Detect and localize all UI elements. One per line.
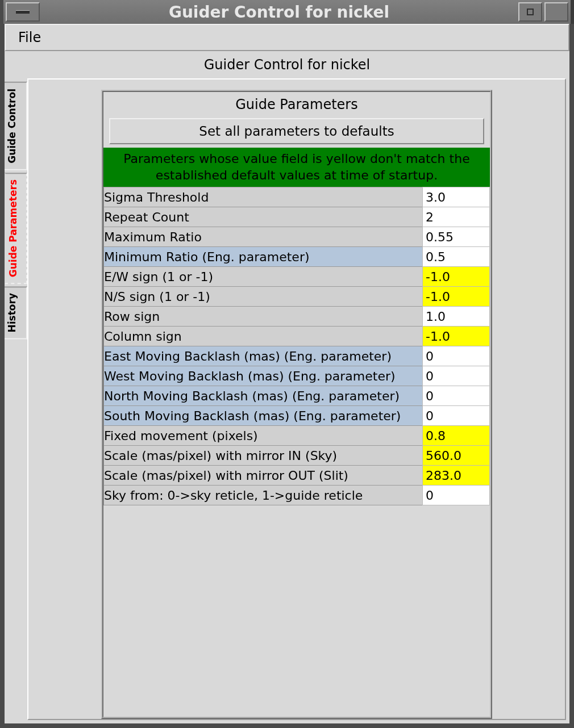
param-row: Sigma Threshold: [104, 187, 490, 207]
param-label: West Moving Backlash (mas) (Eng. paramet…: [104, 366, 423, 386]
param-label: Scale (mas/pixel) with mirror IN (Sky): [104, 446, 423, 466]
param-value-cell: [423, 386, 490, 406]
tab-guide-control[interactable]: Guide Control: [5, 82, 27, 170]
param-input[interactable]: [423, 406, 489, 425]
param-value-cell: [423, 187, 490, 207]
param-input[interactable]: [423, 267, 489, 286]
param-label: N/S sign (1 or -1): [104, 287, 423, 307]
window-frame: File Guider Control for nickel Guide Con…: [0, 24, 574, 728]
param-value-cell: [423, 227, 490, 247]
param-input[interactable]: [423, 307, 489, 326]
param-input[interactable]: [423, 466, 489, 485]
panel-outer: Guide Parameters Set all parameters to d…: [27, 78, 566, 720]
titlebar: Guider Control for nickel: [0, 0, 574, 24]
parameters-table: Sigma ThresholdRepeat CountMaximum Ratio…: [103, 187, 490, 505]
param-input[interactable]: [423, 346, 489, 366]
param-input[interactable]: [423, 227, 489, 246]
param-row: Fixed movement (pixels): [104, 426, 490, 446]
param-label: Sky from: 0->sky reticle, 1->guide retic…: [104, 486, 423, 505]
set-defaults-button[interactable]: Set all parameters to defaults: [109, 118, 484, 144]
param-label: Fixed movement (pixels): [104, 426, 423, 446]
param-value-cell: [423, 327, 490, 346]
param-input[interactable]: [423, 386, 489, 405]
workarea: Guide Control Guide Parameters History G…: [5, 78, 569, 723]
param-label: E/W sign (1 or -1): [104, 267, 423, 287]
minimize-icon: [16, 10, 30, 14]
param-value-cell: [423, 446, 490, 466]
tab-guide-parameters[interactable]: Guide Parameters: [5, 173, 27, 284]
param-row: South Moving Backlash (mas) (Eng. parame…: [104, 406, 490, 426]
window-title: Guider Control for nickel: [42, 0, 516, 24]
param-row: West Moving Backlash (mas) (Eng. paramet…: [104, 366, 490, 386]
panel-wrap: Guide Parameters Set all parameters to d…: [27, 78, 569, 723]
param-row: Repeat Count: [104, 207, 490, 227]
param-label: East Moving Backlash (mas) (Eng. paramet…: [104, 346, 423, 366]
param-row: Minimum Ratio (Eng. parameter): [104, 247, 490, 267]
param-value-cell: [423, 287, 490, 307]
param-row: Maximum Ratio: [104, 227, 490, 247]
sysmenu-button[interactable]: [6, 2, 40, 22]
param-label: North Moving Backlash (mas) (Eng. parame…: [104, 386, 423, 406]
content-area: Guider Control for nickel Guide Control …: [5, 51, 569, 723]
menubar: File: [5, 24, 569, 51]
param-value-cell: [423, 466, 490, 486]
param-value-cell: [423, 346, 490, 366]
param-input[interactable]: [423, 207, 489, 227]
param-row: North Moving Backlash (mas) (Eng. parame…: [104, 386, 490, 406]
param-label: Maximum Ratio: [104, 227, 423, 247]
param-input[interactable]: [423, 287, 489, 306]
maximize-icon: [527, 9, 534, 15]
param-label: Sigma Threshold: [104, 187, 423, 207]
param-value-cell: [423, 267, 490, 287]
param-value-cell: [423, 406, 490, 426]
param-value-cell: [423, 207, 490, 227]
param-row: N/S sign (1 or -1): [104, 287, 490, 307]
param-value-cell: [423, 366, 490, 386]
parameters-frame: Guide Parameters Set all parameters to d…: [101, 90, 492, 719]
tab-history[interactable]: History: [5, 286, 27, 339]
param-input[interactable]: [423, 247, 489, 266]
menu-file[interactable]: File: [11, 26, 48, 49]
maximize-button[interactable]: [518, 2, 542, 22]
param-input[interactable]: [423, 446, 489, 465]
param-label: Minimum Ratio (Eng. parameter): [104, 247, 423, 267]
param-label: Column sign: [104, 327, 423, 346]
tabstrip: Guide Control Guide Parameters History: [5, 78, 27, 723]
param-input[interactable]: [423, 187, 489, 207]
close-button[interactable]: [544, 2, 568, 22]
page-title: Guider Control for nickel: [5, 53, 569, 78]
parameters-title: Guide Parameters: [103, 92, 490, 118]
param-input[interactable]: [423, 327, 489, 346]
param-row: Sky from: 0->sky reticle, 1->guide retic…: [104, 486, 490, 505]
param-input[interactable]: [423, 366, 489, 386]
param-row: Column sign: [104, 327, 490, 346]
param-row: East Moving Backlash (mas) (Eng. paramet…: [104, 346, 490, 366]
param-row: Scale (mas/pixel) with mirror OUT (Slit): [104, 466, 490, 486]
param-row: E/W sign (1 or -1): [104, 267, 490, 287]
param-input[interactable]: [423, 426, 489, 445]
param-label: Row sign: [104, 307, 423, 327]
param-value-cell: [423, 247, 490, 267]
param-input[interactable]: [423, 486, 489, 505]
param-label: Scale (mas/pixel) with mirror OUT (Slit): [104, 466, 423, 486]
param-value-cell: [423, 426, 490, 446]
param-value-cell: [423, 486, 490, 505]
param-value-cell: [423, 307, 490, 327]
param-row: Row sign: [104, 307, 490, 327]
yellow-hint: Parameters whose value field is yellow d…: [103, 148, 490, 187]
param-label: Repeat Count: [104, 207, 423, 227]
param-row: Scale (mas/pixel) with mirror IN (Sky): [104, 446, 490, 466]
param-label: South Moving Backlash (mas) (Eng. parame…: [104, 406, 423, 426]
